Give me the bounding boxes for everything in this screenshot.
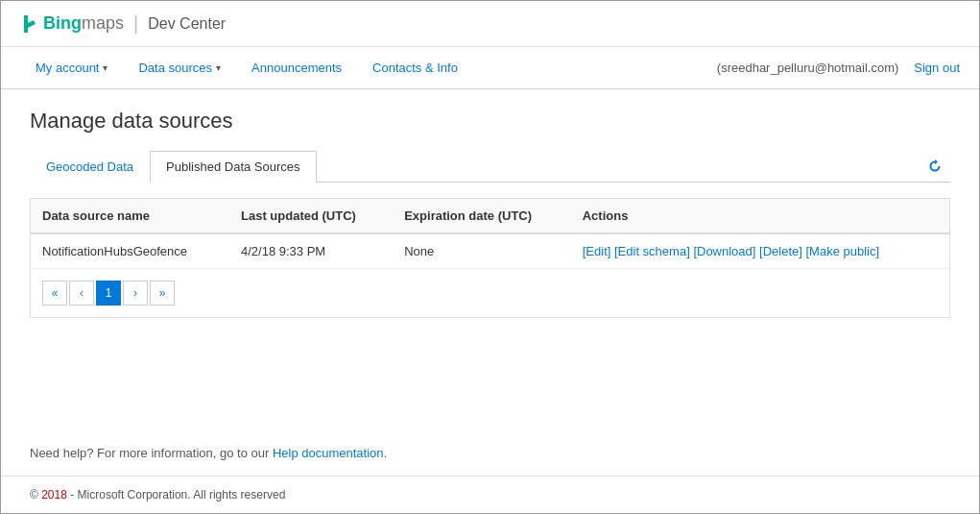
footer-company: - Microsoft Corporation. All rights rese… — [67, 488, 285, 502]
help-text-before: Need help? For more information, go to o… — [30, 446, 273, 460]
logo-divider: | — [133, 12, 138, 35]
pagination-next[interactable]: › — [123, 281, 148, 306]
cell-last-updated: 4/2/18 9:33 PM — [229, 233, 393, 269]
footer-year: 2018 — [41, 488, 67, 502]
action-edit-schema[interactable]: [Edit schema] — [614, 244, 690, 258]
col-header-actions: Actions — [571, 199, 949, 233]
datasource-name-text: NotificationHubsGeofence — [42, 244, 187, 258]
logo-bar: Bing maps | Dev Center — [1, 1, 979, 47]
help-section: Need help? For more information, go to o… — [1, 430, 979, 476]
table-row: NotificationHubsGeofence 4/2/18 9:33 PM … — [31, 233, 949, 269]
action-make-public[interactable]: [Make public] — [805, 244, 879, 258]
nav-myaccount[interactable]: My account ▾ — [20, 47, 123, 89]
col-header-name: Data source name — [31, 199, 229, 233]
logo-maps: maps — [82, 13, 124, 34]
logo-bing: Bing — [43, 13, 82, 34]
pagination-last[interactable]: » — [150, 281, 175, 306]
expiration-text: None — [404, 244, 434, 258]
table-header-row: Data source name Last updated (UTC) Expi… — [31, 199, 949, 233]
footer: © 2018 - Microsoft Corporation. All righ… — [1, 476, 979, 513]
nav-email: (sreedhar_pelluru@hotmail.com) — [717, 61, 899, 75]
nav-signout[interactable]: Sign out — [914, 61, 960, 75]
col-header-expiration: Expiration date (UTC) — [393, 199, 571, 233]
nav-datasources[interactable]: Data sources ▾ — [123, 47, 236, 89]
cell-actions: [Edit] [Edit schema] [Download] [Delete]… — [571, 233, 949, 269]
refresh-button[interactable] — [920, 155, 950, 182]
last-updated-text: 4/2/18 9:33 PM — [241, 244, 325, 258]
nav-left: My account ▾ Data sources ▾ Announcement… — [20, 47, 717, 89]
action-download[interactable]: [Download] — [693, 244, 755, 258]
cell-expiration: None — [393, 233, 571, 269]
svg-marker-0 — [24, 15, 36, 33]
datasources-caret-icon: ▾ — [216, 62, 221, 73]
tab-geocoded[interactable]: Geocoded Data — [30, 151, 150, 183]
page-title: Manage data sources — [30, 109, 950, 134]
action-links: [Edit] [Edit schema] [Download] [Delete]… — [583, 244, 938, 258]
help-documentation-link[interactable]: Help documentation. — [273, 446, 387, 460]
main-content: Manage data sources Geocoded Data Publis… — [1, 89, 979, 430]
tab-published[interactable]: Published Data Sources — [150, 151, 316, 183]
pagination-first[interactable]: « — [42, 281, 67, 306]
pagination: « ‹ 1 › » — [31, 269, 949, 317]
nav-right: (sreedhar_pelluru@hotmail.com) Sign out — [717, 61, 960, 75]
action-edit[interactable]: [Edit] — [583, 244, 611, 258]
tabs-container: Geocoded Data Published Data Sources — [30, 151, 950, 183]
data-table: Data source name Last updated (UTC) Expi… — [31, 199, 949, 269]
footer-text: © 2018 - Microsoft Corporation. All righ… — [30, 488, 285, 502]
pagination-prev[interactable]: ‹ — [69, 281, 94, 306]
nav-bar: My account ▾ Data sources ▾ Announcement… — [1, 47, 979, 89]
pagination-current[interactable]: 1 — [96, 281, 121, 306]
footer-copyright: © — [30, 488, 41, 502]
nav-contactsinfo[interactable]: Contacts & Info — [357, 47, 473, 89]
myaccount-caret-icon: ▾ — [103, 62, 108, 73]
bing-logo-icon — [20, 13, 41, 35]
cell-datasource-name: NotificationHubsGeofence — [31, 233, 229, 269]
col-header-updated: Last updated (UTC) — [229, 199, 393, 233]
data-table-container: Data source name Last updated (UTC) Expi… — [30, 198, 950, 318]
logo-devcenter: Dev Center — [148, 15, 226, 33]
nav-announcements[interactable]: Announcements — [236, 47, 357, 89]
action-delete[interactable]: [Delete] — [759, 244, 802, 258]
